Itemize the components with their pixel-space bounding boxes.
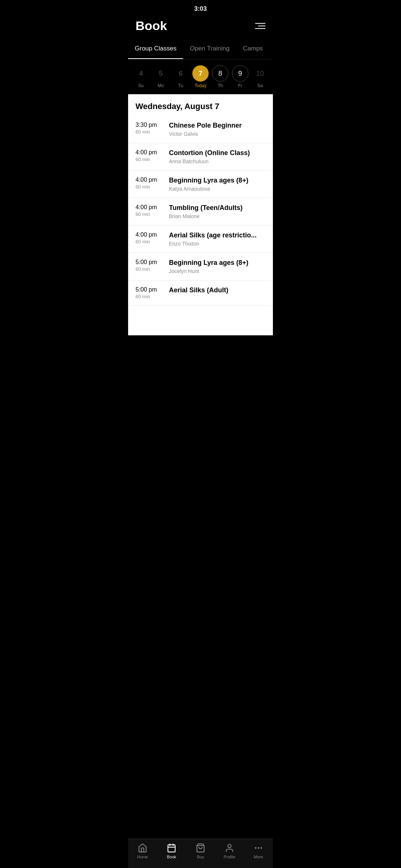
time-main: 4:00 pm [136, 177, 157, 183]
class-name: Beginning Lyra ages (8+) [169, 259, 265, 267]
time-main: 5:00 pm [136, 286, 157, 293]
class-name: Chinese Pole Beginner [169, 122, 265, 129]
list-item[interactable]: 4:00 pm 60 min Beginning Lyra ages (8+) … [128, 171, 273, 198]
class-name: Beginning Lyra ages (8+) [169, 177, 265, 184]
category-tabs: Group Classes Open Training Camps Wor... [128, 39, 273, 59]
class-time: 4:00 pm 60 min [136, 149, 169, 162]
class-time: 4:00 pm 60 min [136, 231, 169, 244]
list-item[interactable]: 4:00 pm 60 min Aerial Silks (age restric… [128, 226, 273, 253]
day-number: 8 [212, 65, 228, 82]
time-duration: 60 min [136, 157, 150, 162]
class-name: Contortion (Online Class) [169, 149, 265, 157]
class-time: 4:00 pm 60 min [136, 177, 169, 190]
list-item[interactable]: 5:00 pm 60 min Aerial Silks (Adult) [128, 280, 273, 306]
class-info: Aerial Silks (Adult) [169, 286, 265, 296]
day-7-today[interactable]: 7 Today [192, 65, 209, 88]
class-list: 3:30 pm 60 min Chinese Pole Beginner Vic… [128, 116, 273, 306]
class-time: 5:00 pm 60 min [136, 259, 169, 272]
class-instructor: Brian Malone [169, 213, 265, 219]
day-number: 7 [192, 65, 209, 82]
time-duration: 60 min [136, 184, 150, 190]
day-4[interactable]: 4 Su [133, 65, 149, 88]
day-label: Th [218, 83, 223, 88]
class-info: Aerial Silks (age restrictio... Enzo Thi… [169, 231, 265, 247]
day-number: 4 [133, 65, 149, 82]
class-instructor: Enzo Thixton [169, 241, 265, 247]
class-instructor: Jocelyn Hunt [169, 268, 265, 274]
time-duration: 60 min [136, 211, 150, 217]
filter-button[interactable] [254, 20, 265, 32]
day-label: Sa [257, 83, 263, 88]
class-instructor: Victor Galvis [169, 131, 265, 137]
class-info: Contortion (Online Class) Anna Batchuluu… [169, 149, 265, 164]
class-name: Aerial Silks (age restrictio... [169, 231, 265, 239]
day-label: Mo [158, 83, 164, 88]
list-item[interactable]: 5:00 pm 60 min Beginning Lyra ages (8+) … [128, 253, 273, 280]
status-bar: 3:03 [128, 0, 273, 16]
day-number: 10 [252, 65, 268, 82]
class-time: 5:00 pm 60 min [136, 286, 169, 299]
time-main: 5:00 pm [136, 259, 157, 266]
tab-open-training[interactable]: Open Training [183, 39, 236, 59]
day-10[interactable]: 10 Sa [252, 65, 268, 88]
tab-camps[interactable]: Camps [236, 39, 270, 59]
day-label: Tu [178, 83, 183, 88]
class-info: Beginning Lyra ages (8+) Jocelyn Hunt [169, 259, 265, 274]
day-label: Today [195, 83, 206, 88]
class-info: Tumbling (Teen/Adults) Brian Malone [169, 204, 265, 219]
time-duration: 60 min [136, 239, 150, 244]
page-title: Book [136, 19, 167, 33]
day-5[interactable]: 5 Mo [153, 65, 169, 88]
class-name: Tumbling (Teen/Adults) [169, 204, 265, 212]
day-9[interactable]: 9 Fr [232, 65, 248, 88]
time-main: 4:00 pm [136, 149, 157, 156]
day-label: Fr [238, 83, 242, 88]
class-instructor: Anna Batchuluun [169, 158, 265, 164]
time-duration: 60 min [136, 294, 150, 299]
tab-group-classes[interactable]: Group Classes [128, 39, 183, 59]
day-number: 6 [173, 65, 189, 82]
class-time: 3:30 pm 60 min [136, 122, 169, 135]
time-main: 4:00 pm [136, 231, 157, 238]
list-item[interactable]: 4:00 pm 60 min Contortion (Online Class)… [128, 143, 273, 171]
class-instructor: Katya Arnaoutova [169, 186, 265, 192]
date-heading: Wednesday, August 7 [128, 94, 273, 116]
list-item[interactable]: 3:30 pm 60 min Chinese Pole Beginner Vic… [128, 116, 273, 143]
content-area: Wednesday, August 7 3:30 pm 60 min Chine… [128, 94, 273, 335]
calendar-strip: 4 Su 5 Mo 6 Tu 7 Today 8 Th 9 Fr 10 Sa [128, 59, 273, 94]
class-name: Aerial Silks (Adult) [169, 286, 265, 294]
time-main: 3:30 pm [136, 122, 157, 128]
time-duration: 60 min [136, 129, 150, 135]
class-info: Beginning Lyra ages (8+) Katya Arnaoutov… [169, 177, 265, 192]
tab-workshops[interactable]: Wor... [270, 39, 273, 59]
header: Book [128, 16, 273, 39]
filter-lines-icon [254, 23, 265, 29]
time-duration: 60 min [136, 266, 150, 272]
time-main: 4:00 pm [136, 204, 157, 211]
day-6[interactable]: 6 Tu [173, 65, 189, 88]
day-number: 9 [232, 65, 248, 82]
day-8[interactable]: 8 Th [212, 65, 228, 88]
class-info: Chinese Pole Beginner Victor Galvis [169, 122, 265, 137]
day-number: 5 [153, 65, 169, 82]
day-label: Su [138, 83, 144, 88]
class-time: 4:00 pm 60 min [136, 204, 169, 217]
status-time: 3:03 [194, 5, 207, 13]
list-item[interactable]: 4:00 pm 60 min Tumbling (Teen/Adults) Br… [128, 198, 273, 226]
